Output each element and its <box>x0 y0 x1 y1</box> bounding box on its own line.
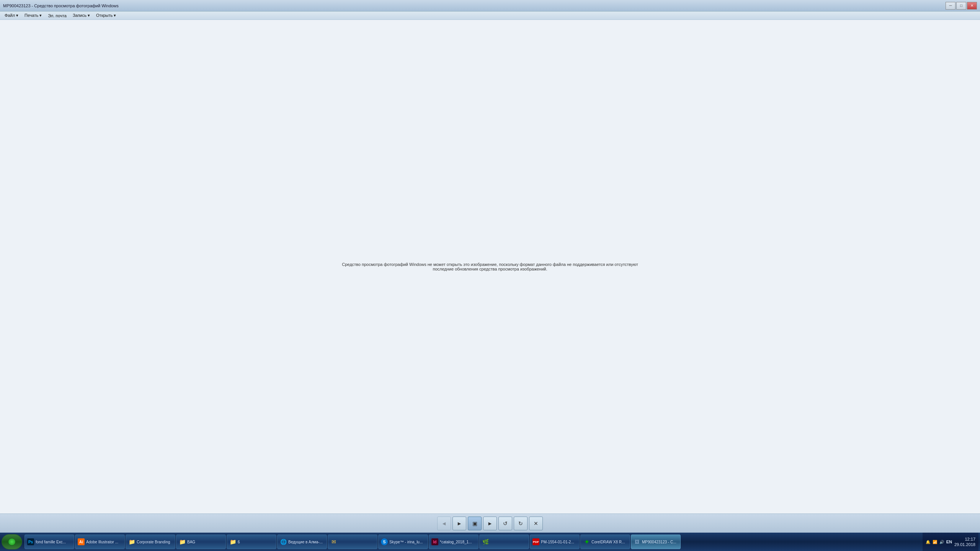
delete-button[interactable]: ✕ <box>529 517 543 530</box>
task-green[interactable]: 🌿 <box>479 535 529 549</box>
task-bag-label: BAG <box>187 540 195 544</box>
window-controls: ─ □ ✕ <box>946 2 977 10</box>
menu-open[interactable]: Открыть ▾ <box>93 12 119 19</box>
task-viewer-label: MP900423123 - C... <box>642 540 676 544</box>
tray-date: 29.01.2018 <box>954 542 975 547</box>
taskbar-tasks: Ps fond famille Exc... Ai Adobe Illustra… <box>24 535 923 549</box>
tray-time: 12:17 <box>954 536 975 542</box>
task-corp-label: Corporate Branding <box>137 540 170 544</box>
task-illustrator[interactable]: Ai Adobe Illustrator ... <box>75 535 125 549</box>
task-coreldraw[interactable]: ✦ CorelDRAW X8 R... <box>580 535 630 549</box>
window-title: MP900423123 - Средство просмотра фотогра… <box>3 3 119 8</box>
tray-network-icon[interactable]: 📶 <box>933 540 937 544</box>
browser-icon: 🌐 <box>280 538 287 545</box>
minimize-button[interactable]: ─ <box>946 2 956 10</box>
tray-volume-icon[interactable]: 🔊 <box>939 540 944 544</box>
pdf-icon: PDF <box>532 538 539 545</box>
prev-button[interactable]: ◄ <box>437 517 451 530</box>
rotate-ccw-button[interactable]: ↺ <box>498 517 512 530</box>
play-button[interactable]: ► <box>452 517 466 530</box>
menu-record[interactable]: Запись ▾ <box>70 12 93 19</box>
tray-clock: 12:17 29.01.2018 <box>954 536 975 548</box>
task-browser[interactable]: 🌐 Ведущие в Алма-... <box>277 535 327 549</box>
task-skype[interactable]: S Skype™ - irina_lu... <box>378 535 428 549</box>
corel-icon: ✦ <box>583 538 590 545</box>
task-id-label: *catalog_2018_1... <box>440 540 472 544</box>
task-photo-viewer[interactable]: 🖼 MP900423123 - C... <box>631 535 681 549</box>
tray-notification-icon[interactable]: 🔔 <box>926 540 930 544</box>
viewer-toolbar: ◄ ► ▣ ► ↺ ↻ ✕ <box>0 514 980 533</box>
rotate-cw-button[interactable]: ↻ <box>514 517 528 530</box>
start-button[interactable] <box>2 534 22 549</box>
task-mail[interactable]: ✉ <box>328 535 377 549</box>
close-button[interactable]: ✕ <box>967 2 977 10</box>
task-indesign[interactable]: Id *catalog_2018_1... <box>429 535 479 549</box>
maximize-button[interactable]: □ <box>956 2 966 10</box>
tray-language[interactable]: EN <box>946 540 952 544</box>
title-bar: MP900423123 - Средство просмотра фотогра… <box>0 0 980 11</box>
green-icon: 🌿 <box>482 538 489 545</box>
taskbar: Ps fond famille Exc... Ai Adobe Illustra… <box>0 533 980 551</box>
task-pdf[interactable]: PDF PM-1554-01-01-2... <box>530 535 580 549</box>
task-6-label: 6 <box>238 540 240 544</box>
task-bag[interactable]: 📁 BAG <box>176 535 226 549</box>
menu-bar: Файл ▾ Печать ▾ Эл. почта Запись ▾ Откры… <box>0 11 980 20</box>
folder-6-icon: 📁 <box>229 538 236 545</box>
task-corel-label: CorelDRAW X8 R... <box>591 540 625 544</box>
mail-icon: ✉ <box>330 538 337 545</box>
skype-icon: S <box>381 538 388 545</box>
task-browser-label: Ведущие в Алма-... <box>288 540 323 544</box>
ps-icon: Ps <box>27 538 34 545</box>
task-folder-6[interactable]: 📁 6 <box>227 535 276 549</box>
task-photoshop[interactable]: Ps fond famille Exc... <box>24 535 74 549</box>
task-skype-label: Skype™ - irina_lu... <box>389 540 423 544</box>
menu-file[interactable]: Файл ▾ <box>2 12 21 19</box>
menu-email[interactable]: Эл. почта <box>45 13 70 19</box>
slideshow-button[interactable]: ▣ <box>468 517 482 530</box>
main-content: Средство просмотра фотографий Windows не… <box>0 20 980 514</box>
viewer-icon: 🖼 <box>634 538 640 545</box>
task-pdf-label: PM-1554-01-01-2... <box>541 540 574 544</box>
task-ps-label: fond famille Exc... <box>36 540 66 544</box>
ai-icon: Ai <box>78 538 85 545</box>
system-tray: 🔔 📶 🔊 EN 12:17 29.01.2018 <box>923 533 978 551</box>
error-message: Средство просмотра фотографий Windows не… <box>337 262 643 271</box>
start-icon <box>8 538 16 546</box>
task-ai-label: Adobe Illustrator ... <box>86 540 118 544</box>
folder-bag-icon: 📁 <box>179 538 186 545</box>
task-corporate-branding[interactable]: 📁 Corporate Branding <box>126 535 175 549</box>
next-button[interactable]: ► <box>483 517 497 530</box>
menu-print[interactable]: Печать ▾ <box>21 12 45 19</box>
id-icon: Id <box>431 538 438 545</box>
folder-corp-icon: 📁 <box>128 538 135 545</box>
